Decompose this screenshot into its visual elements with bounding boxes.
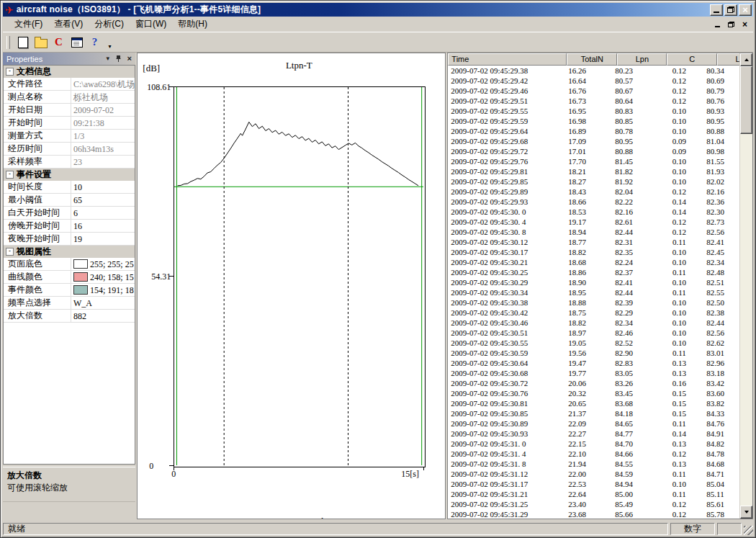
new-file-button[interactable] (14, 35, 31, 50)
table-row[interactable]: 2009-07-02 09:45:30.5519.0582.520.1082.6… (448, 338, 739, 348)
table-row[interactable]: 2009-07-02 09:45:31.2122.6485.000.1185.1… (448, 489, 739, 499)
table-row[interactable]: 2009-07-02 09:45:30.1218.7782.310.1182.4… (448, 237, 739, 247)
column-header-totaln[interactable]: TotalN (567, 53, 617, 66)
table-row[interactable]: 2009-07-02 09:45:31.2923.6885.660.1285.7… (448, 509, 739, 519)
table-row[interactable]: 2009-07-02 09:45:31. 022.1584.700.1384.8… (448, 439, 739, 449)
collapse-icon[interactable] (6, 68, 14, 76)
close-button[interactable] (739, 4, 752, 16)
calibration-button[interactable]: C (50, 35, 67, 50)
table-row[interactable]: 2009-07-02 09:45:30.3818.8882.390.1082.5… (448, 297, 739, 308)
table-row[interactable]: 2009-07-02 09:45:30.4618.8282.340.1082.4… (448, 318, 739, 328)
scrollbar-track[interactable] (740, 66, 752, 506)
table-row[interactable]: 2009-07-02 09:45:30.5919.5682.900.1183.0… (448, 348, 739, 358)
property-value[interactable]: 65 (71, 194, 135, 206)
collapse-icon[interactable] (6, 248, 14, 256)
property-value[interactable]: C:\awa6298\机场 (71, 78, 135, 90)
toolbar-options-button[interactable] (106, 35, 114, 50)
open-file-button[interactable] (32, 35, 49, 50)
property-value[interactable]: 882 (71, 310, 135, 322)
table-row[interactable]: 2009-07-02 09:45:31. 821.9484.550.1384.6… (448, 459, 739, 469)
minimize-button[interactable] (710, 4, 723, 16)
table-row[interactable]: 2009-07-02 09:45:29.7217.0180.880.0980.9… (448, 146, 739, 156)
property-value[interactable]: W_A (71, 297, 135, 309)
property-value[interactable]: 1/3 (71, 130, 135, 142)
table-row[interactable]: 2009-07-02 09:45:30.1718.8282.350.1082.4… (448, 247, 739, 257)
menu-window[interactable]: 窗口(W) (130, 17, 172, 32)
column-header-time[interactable]: Time (448, 53, 567, 66)
table-row[interactable]: 2009-07-02 09:45:29.8918.4382.040.1282.1… (448, 187, 739, 197)
table-row[interactable]: 2009-07-02 09:45:29.3816.2680.230.1280.3… (448, 66, 739, 76)
property-value[interactable]: 154; 191; 18 (71, 284, 135, 296)
property-value[interactable]: 23 (71, 156, 135, 168)
scrollbar-thumb[interactable] (740, 66, 752, 134)
column-header-c[interactable]: C (667, 53, 717, 66)
table-row[interactable]: 2009-07-02 09:45:29.5116.7380.640.1280.7… (448, 96, 739, 106)
pin-icon[interactable] (114, 55, 122, 63)
table-row[interactable]: 2009-07-02 09:45:29.7617.7081.450.1081.5… (448, 156, 739, 166)
color-swatch[interactable] (73, 285, 88, 295)
table-row[interactable]: 2009-07-02 09:45:30.2918.9082.410.1082.5… (448, 277, 739, 287)
property-value[interactable]: 6 (71, 207, 135, 219)
property-value[interactable]: 240; 158; 15 (71, 271, 135, 283)
property-section-header[interactable]: 文档信息 (4, 66, 135, 78)
table-row[interactable]: 2009-07-02 09:45:30.8521.3784.180.1584.3… (448, 408, 739, 418)
vertical-scrollbar[interactable] (739, 53, 752, 519)
restore-button[interactable] (724, 4, 737, 16)
table-row[interactable]: 2009-07-02 09:45:29.6416.8980.780.1080.8… (448, 126, 739, 136)
resize-grip[interactable] (744, 526, 753, 535)
table-row[interactable]: 2009-07-02 09:45:31.2523.4085.490.1285.6… (448, 499, 739, 509)
table-row[interactable]: 2009-07-02 09:45:29.8518.2781.920.1082.0… (448, 176, 739, 187)
menu-view[interactable]: 查看(V) (48, 17, 89, 32)
property-value[interactable]: 255; 255; 25 (71, 258, 135, 270)
property-section-header[interactable]: 事件设置 (4, 169, 135, 181)
color-swatch[interactable] (73, 272, 88, 282)
property-value[interactable]: 19 (71, 233, 135, 245)
table-row[interactable]: 2009-07-02 09:45:29.6817.0980.950.0981.0… (448, 136, 739, 146)
mdi-restore-button[interactable] (726, 19, 737, 29)
property-value[interactable]: 06h34m13s (71, 143, 135, 155)
table-row[interactable]: 2009-07-02 09:45:31. 422.1084.660.1284.7… (448, 449, 739, 459)
table-row[interactable]: 2009-07-02 09:45:29.4216.6480.570.1280.6… (448, 76, 739, 86)
table-row[interactable]: 2009-07-02 09:45:29.9318.6682.220.1482.3… (448, 197, 739, 207)
table-row[interactable]: 2009-07-02 09:45:30.2118.6882.240.1082.3… (448, 257, 739, 267)
table-row[interactable]: 2009-07-02 09:45:30.5118.9782.460.1082.5… (448, 328, 739, 338)
mdi-close-button[interactable] (739, 19, 750, 29)
property-value[interactable]: 栎社机场 (71, 91, 135, 103)
column-header-ltpn[interactable]: Ltpn (717, 53, 739, 66)
column-header-lpn[interactable]: Lpn (617, 53, 667, 66)
table-row[interactable]: 2009-07-02 09:45:30.8120.6583.680.1583.8… (448, 398, 739, 408)
table-row[interactable]: 2009-07-02 09:45:29.5516.9580.830.1080.9… (448, 106, 739, 116)
menu-file[interactable]: 文件(F) (9, 17, 48, 32)
panel-menu-icon[interactable] (104, 55, 112, 63)
property-value[interactable]: 16 (71, 220, 135, 232)
properties-button[interactable] (68, 35, 85, 50)
table-row[interactable]: 2009-07-02 09:45:30.8922.0984.650.1184.7… (448, 418, 739, 429)
table-row[interactable]: 2009-07-02 09:45:30.7220.0683.260.1683.4… (448, 378, 739, 388)
scrollbar-up-button[interactable] (740, 53, 752, 66)
table-row[interactable]: 2009-07-02 09:45:30.6419.4782.830.1382.9… (448, 358, 739, 368)
property-section-header[interactable]: 视图属性 (4, 246, 135, 258)
chart-plot-area[interactable] (174, 86, 426, 467)
table-row[interactable]: 2009-07-02 09:45:29.5916.9880.850.1080.9… (448, 116, 739, 126)
mdi-minimize-button[interactable] (712, 19, 723, 29)
table-row[interactable]: 2009-07-02 09:45:30. 419.1782.610.1282.7… (448, 217, 739, 227)
collapse-icon[interactable] (6, 171, 14, 179)
table-row[interactable]: 2009-07-02 09:45:31.1722.5384.940.1085.0… (448, 479, 739, 489)
table-row[interactable]: 2009-07-02 09:45:30. 818.9482.440.1282.5… (448, 227, 739, 237)
scrollbar-down-button[interactable] (740, 506, 752, 519)
table-row[interactable]: 2009-07-02 09:45:30.9322.2784.770.1484.9… (448, 429, 739, 439)
table-row[interactable]: 2009-07-02 09:45:31.1222.0084.590.1184.7… (448, 469, 739, 479)
table-row[interactable]: 2009-07-02 09:45:30.6819.7783.050.1383.1… (448, 368, 739, 378)
menu-analyze[interactable]: 分析(C) (89, 17, 130, 32)
property-value[interactable]: 2009-07-02 (71, 104, 135, 116)
panel-close-icon[interactable] (125, 55, 133, 63)
table-row[interactable]: 2009-07-02 09:45:29.4616.7680.670.1280.7… (448, 86, 739, 96)
table-row[interactable]: 2009-07-02 09:45:29.8118.2181.820.1081.9… (448, 166, 739, 176)
table-row[interactable]: 2009-07-02 09:45:30.7620.3283.450.1583.6… (448, 388, 739, 398)
table-row[interactable]: 2009-07-02 09:45:30.2518.8682.370.1182.4… (448, 267, 739, 277)
property-value[interactable]: 09:21:38 (71, 117, 135, 129)
property-value[interactable]: 10 (71, 181, 135, 193)
table-row[interactable]: 2009-07-02 09:45:30. 018.5382.160.1482.3… (448, 207, 739, 217)
help-button[interactable]: ? (86, 35, 103, 50)
menu-help[interactable]: 帮助(H) (172, 17, 213, 32)
